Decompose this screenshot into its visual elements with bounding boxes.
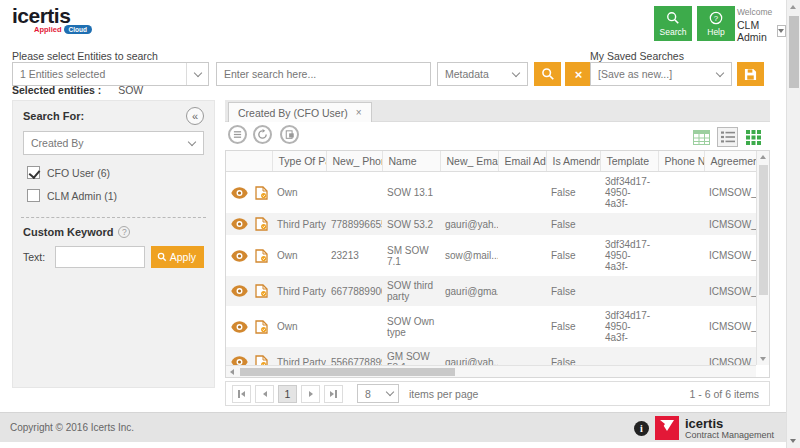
selected-entities-label: Selected entities : xyxy=(12,84,101,96)
column-header[interactable]: Type Of Pa... xyxy=(272,151,326,172)
cell-phone-number xyxy=(658,276,704,306)
next-page-button[interactable] xyxy=(301,385,320,403)
remove-filter-icon[interactable]: × xyxy=(356,107,362,118)
agreement-document-icon[interactable] xyxy=(255,217,268,231)
table-row[interactable]: OwnSOW 13.1False3df34d17- 4950-4a3f-ICMS… xyxy=(226,172,756,214)
grid-horizontal-scrollbar[interactable] xyxy=(226,365,756,377)
clear-search-button[interactable]: × xyxy=(565,62,592,86)
column-header[interactable]: New_ Email... xyxy=(440,151,498,172)
footer-brand: icertis Contract Management xyxy=(685,417,774,440)
grid-vertical-scrollbar[interactable] xyxy=(756,151,769,365)
selected-entities-value: SOW xyxy=(118,84,143,96)
collapse-panel-button[interactable]: « xyxy=(186,107,204,125)
agreement-document-icon[interactable] xyxy=(255,355,268,365)
agreement-document-icon[interactable] xyxy=(255,284,268,298)
cell-new-phone: 6677889900 xyxy=(326,276,382,306)
cell-name: SM SOW 7.1 xyxy=(382,235,440,276)
search-nav-button[interactable]: Search xyxy=(654,6,692,41)
last-page-button[interactable] xyxy=(324,385,343,403)
column-header[interactable]: Agreement... xyxy=(704,151,756,172)
column-header[interactable]: Template xyxy=(600,151,658,172)
entities-dropdown[interactable]: 1 Entities selected xyxy=(12,62,209,86)
grid-toolbar xyxy=(225,125,770,149)
column-header[interactable]: Name xyxy=(382,151,440,172)
sidebar-options: CFO User (6)CLM Admin (1) xyxy=(13,161,214,207)
search-submit-button[interactable] xyxy=(534,62,561,86)
view-toggles xyxy=(693,127,762,147)
cell-type-of-party: Third Party xyxy=(272,347,326,365)
close-icon: × xyxy=(575,67,583,82)
list-menu-button[interactable] xyxy=(228,125,247,144)
agreement-document-icon[interactable] xyxy=(255,320,268,334)
footer-brand-sub: Contract Management xyxy=(685,430,774,440)
list-view-button[interactable] xyxy=(717,127,738,147)
user-menu-dropdown[interactable] xyxy=(777,25,786,37)
text-label: Text: xyxy=(23,251,49,263)
table-row[interactable]: Third Party5566778899GM SOW 53.1gauri@ya… xyxy=(226,347,756,365)
filter-chip-bar: Created By (CFO User) × xyxy=(225,100,770,122)
view-record-icon[interactable] xyxy=(231,285,248,297)
checkbox-unchecked-icon[interactable] xyxy=(27,189,40,202)
refresh-button[interactable] xyxy=(253,125,272,144)
filter-chip[interactable]: Created By (CFO User) × xyxy=(228,102,372,122)
cell-email-address xyxy=(498,172,546,214)
view-record-icon[interactable] xyxy=(231,187,248,199)
table-row[interactable]: OwnSOW Own typeFalse3df34d17- 4950-4a3f-… xyxy=(226,306,756,347)
table-row[interactable]: Third Party7788996655SOW 53.2gauri@yah..… xyxy=(226,213,756,235)
scrollbar-thumb[interactable] xyxy=(240,368,455,376)
table-row[interactable]: Own23213SM SOW 7.1sow@mail...False3df34d… xyxy=(226,235,756,276)
filter-field-dropdown[interactable]: Created By xyxy=(23,131,204,155)
apply-button[interactable]: Apply xyxy=(151,246,204,268)
column-header[interactable]: New_ Phon... xyxy=(326,151,382,172)
table-view-button[interactable] xyxy=(693,129,710,145)
agreement-document-icon[interactable] xyxy=(255,249,268,263)
grid-view-button[interactable] xyxy=(745,129,762,145)
cell-type-of-party: Own xyxy=(272,172,326,214)
column-header[interactable]: Is Amendm... xyxy=(546,151,600,172)
checkbox-checked-icon[interactable] xyxy=(27,166,40,179)
copyright-text: Copyright © 2016 Icerts Inc. xyxy=(10,422,134,433)
view-record-icon[interactable] xyxy=(231,218,248,230)
cell-new-email: gauri@yah... xyxy=(440,213,498,235)
view-record-icon[interactable] xyxy=(231,321,248,333)
help-button[interactable]: ? Help xyxy=(697,6,735,41)
agreement-document-icon[interactable] xyxy=(255,186,268,200)
grid-header-row: Type Of Pa...New_ Phon...NameNew_ Email.… xyxy=(226,151,756,172)
filter-option[interactable]: CLM Admin (1) xyxy=(13,184,214,207)
window-scrollbar[interactable] xyxy=(786,0,800,448)
column-header[interactable]: Phone Nu... xyxy=(658,151,704,172)
scrollbar-thumb[interactable] xyxy=(789,16,799,88)
scope-dropdown[interactable]: Metadata xyxy=(437,62,528,86)
cell-template xyxy=(600,276,658,306)
view-record-icon[interactable] xyxy=(231,356,248,365)
table-row[interactable]: Third Party6677889900SOW third partygaur… xyxy=(226,276,756,306)
scrollbar-thumb[interactable] xyxy=(759,165,768,295)
filter-option[interactable]: CFO User (6) xyxy=(13,161,214,184)
items-range-label: 1 - 6 of 6 items xyxy=(690,388,763,400)
current-page-button[interactable]: 1 xyxy=(278,385,297,403)
cell-name: GM SOW 53.1 xyxy=(382,347,440,365)
keyword-text-input[interactable] xyxy=(55,246,145,268)
help-tooltip-icon[interactable]: ? xyxy=(118,226,130,238)
column-header[interactable]: Email Addr... xyxy=(498,151,546,172)
first-page-button[interactable] xyxy=(232,385,251,403)
cell-new-email xyxy=(440,306,498,347)
save-icon xyxy=(744,68,757,81)
brand-cloud-badge: Cloud xyxy=(64,25,92,34)
cell-agreement: ICMSOW_7 xyxy=(704,172,756,214)
view-record-icon[interactable] xyxy=(231,250,248,262)
saved-searches-dropdown[interactable]: [Save as new...] xyxy=(590,62,732,86)
save-search-button[interactable] xyxy=(737,62,764,86)
app-window: icertis Applied Cloud Search ? Help Welc… xyxy=(0,0,800,448)
cell-phone-number xyxy=(658,306,704,347)
search-input[interactable] xyxy=(217,68,430,80)
cell-phone-number xyxy=(658,213,704,235)
export-button[interactable] xyxy=(280,125,299,144)
prev-page-button[interactable] xyxy=(255,385,274,403)
cell-new-email: gauri@gma... xyxy=(440,276,498,306)
page-size-dropdown[interactable]: 8 xyxy=(357,384,399,403)
pagination-bar: 1 8 items per page 1 - 6 of 6 items xyxy=(225,381,770,406)
info-icon[interactable]: i xyxy=(634,421,649,436)
cell-is-amendment: False xyxy=(546,306,600,347)
list-icon xyxy=(233,130,242,139)
